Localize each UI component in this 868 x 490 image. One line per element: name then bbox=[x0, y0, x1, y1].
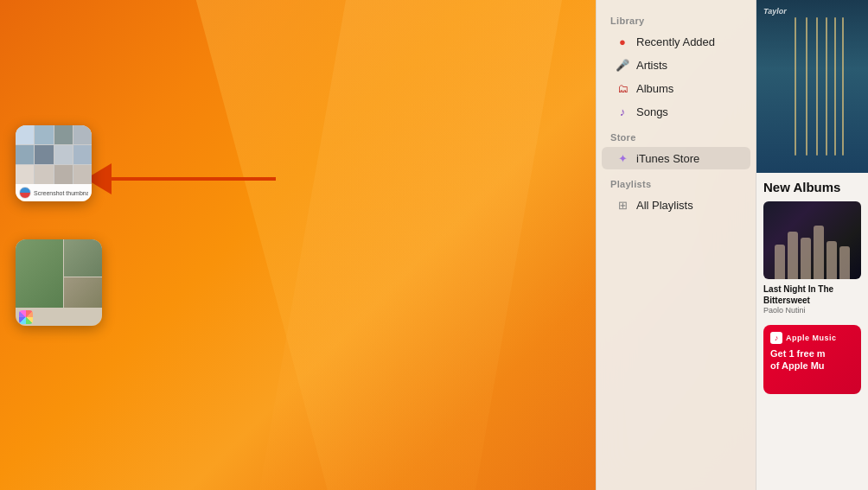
new-albums-title: New Albums bbox=[763, 180, 861, 194]
music-sidebar: Library ● Recently Added 🎤 Artists 🗂 Alb… bbox=[596, 0, 756, 490]
thumb-cell bbox=[16, 145, 34, 164]
guitar-brand-label: Taylor bbox=[763, 7, 787, 16]
guitar-strings-visual bbox=[790, 17, 859, 156]
all-playlists-icon: ⊞ bbox=[616, 198, 629, 212]
thumb-cell bbox=[35, 145, 53, 164]
promo-header: ♪ Apple Music bbox=[770, 332, 854, 344]
sidebar-item-artists[interactable]: 🎤 Artists bbox=[602, 54, 750, 76]
recently-added-label: Recently Added bbox=[636, 35, 715, 48]
promo-badge-label: Apple Music bbox=[786, 334, 837, 342]
person-1 bbox=[775, 245, 785, 279]
music-panel: Taylor New Albums L bbox=[756, 0, 868, 490]
sidebar-item-songs[interactable]: ♪ Songs bbox=[602, 100, 750, 123]
album-title-1: Last Night In The Bittersweet bbox=[763, 283, 861, 306]
artists-icon: 🎤 bbox=[616, 58, 629, 72]
guitar-string-6 bbox=[842, 17, 844, 156]
band-silhouette bbox=[763, 219, 861, 279]
thumb-cell bbox=[54, 125, 73, 144]
photos-grid bbox=[16, 239, 102, 307]
thumb-cell bbox=[35, 125, 53, 144]
guitar-string-2 bbox=[806, 17, 807, 156]
thumb-cell bbox=[54, 165, 73, 184]
playlists-section-header: Playlists bbox=[597, 170, 756, 193]
guitar-hero-image: Taylor bbox=[756, 0, 868, 173]
safari-icon bbox=[19, 187, 31, 199]
album-artist-1: Paolo Nutini bbox=[763, 306, 861, 315]
thumb-cell bbox=[73, 145, 92, 164]
itunes-store-icon: ✦ bbox=[616, 151, 629, 165]
guitar-string-3 bbox=[816, 17, 818, 156]
thumb-cell bbox=[35, 165, 53, 184]
recently-added-icon: ● bbox=[616, 35, 629, 48]
thumb-cell bbox=[73, 125, 92, 144]
person-2 bbox=[788, 232, 798, 279]
sidebar-item-recently-added[interactable]: ● Recently Added bbox=[602, 30, 750, 53]
person-6 bbox=[839, 246, 850, 279]
music-content-area: New Albums Last Night In The Bittersweet… bbox=[756, 173, 868, 401]
person-5 bbox=[827, 241, 837, 279]
thumb-cell bbox=[16, 165, 34, 184]
sidebar-item-itunes-store[interactable]: ✦ iTunes Store bbox=[602, 147, 750, 169]
thumbnail-app-label: Screenshot thumbnail bbox=[34, 190, 88, 196]
all-playlists-label: All Playlists bbox=[636, 199, 693, 212]
itunes-store-label: iTunes Store bbox=[636, 152, 699, 165]
sidebar-item-albums[interactable]: 🗂 Albums bbox=[602, 77, 750, 99]
apple-music-promo[interactable]: ♪ Apple Music Get 1 free mof Apple Mu bbox=[763, 325, 861, 394]
songs-icon: ♪ bbox=[616, 105, 629, 118]
arrow-line bbox=[112, 177, 276, 181]
photo-cell-bottom-right bbox=[64, 277, 102, 308]
thumb-cell bbox=[16, 125, 34, 144]
thumbnail-label-bar: Screenshot thumbnail bbox=[16, 184, 92, 201]
albums-label: Albums bbox=[636, 82, 673, 95]
apple-music-icon: ♪ bbox=[770, 332, 782, 344]
app-thumbnail-top[interactable]: Screenshot thumbnail bbox=[16, 125, 92, 201]
guitar-string-1 bbox=[795, 17, 796, 156]
promo-offer-text: Get 1 free mof Apple Mu bbox=[770, 347, 854, 372]
person-4 bbox=[814, 226, 824, 279]
person-3 bbox=[801, 238, 811, 279]
photos-app-icon bbox=[19, 310, 33, 324]
thumbnail-content-top: Screenshot thumbnail bbox=[16, 125, 92, 201]
arrow-indicator bbox=[86, 166, 277, 192]
thumb-cell bbox=[54, 145, 73, 164]
store-section-header: Store bbox=[597, 124, 756, 146]
library-section-header: Library bbox=[597, 7, 756, 29]
sidebar-item-all-playlists[interactable]: ⊞ All Playlists bbox=[602, 194, 750, 216]
photo-cell-large bbox=[16, 239, 63, 308]
artists-label: Artists bbox=[636, 59, 667, 72]
thumbnail-content-bottom bbox=[16, 239, 102, 326]
songs-label: Songs bbox=[636, 105, 668, 118]
guitar-string-4 bbox=[826, 17, 827, 156]
album-card-1[interactable]: Last Night In The Bittersweet Paolo Nuti… bbox=[763, 201, 861, 315]
album-cover-1 bbox=[763, 201, 861, 279]
albums-icon: 🗂 bbox=[616, 81, 629, 95]
guitar-string-5 bbox=[834, 17, 836, 156]
thumbnail-grid bbox=[16, 125, 92, 184]
app-thumbnail-bottom[interactable] bbox=[16, 239, 102, 326]
photo-cell-top-right bbox=[64, 239, 102, 277]
thumb-cell bbox=[73, 165, 92, 184]
